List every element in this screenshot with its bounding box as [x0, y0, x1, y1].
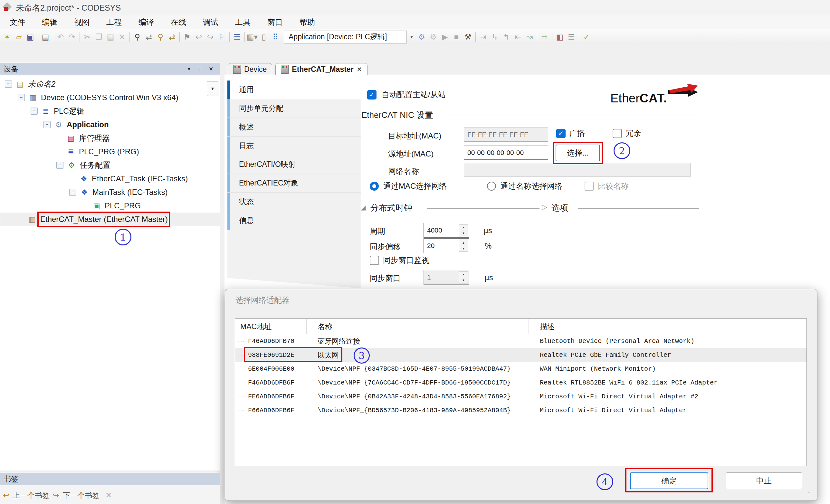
refactor-table-icon[interactable]: ⠿	[269, 31, 281, 43]
single-cycle-icon[interactable]: ⇨	[539, 31, 550, 43]
dc-expander-icon[interactable]: ◢	[361, 203, 365, 211]
next-bookmark-icon[interactable]: ↪	[204, 31, 216, 43]
collapse-icon[interactable]: −	[5, 81, 12, 88]
bookmark-icon[interactable]: ⚑	[181, 31, 193, 43]
menu-item-3[interactable]: 工程	[106, 17, 122, 27]
tree-item-未命名2[interactable]: −▤未命名2	[0, 77, 220, 91]
next-bookmark-icon[interactable]: ↪	[53, 491, 59, 500]
toggle-breakpoint-icon[interactable]: ◧	[554, 31, 566, 43]
undo-icon[interactable]: ↶	[55, 31, 66, 43]
cycle-field[interactable]: 4000 ▲▼	[423, 223, 469, 238]
adapter-row-F46ADD6DFB70[interactable]: F46ADD6DFB70蓝牙网络连接Bluetooth Device (Pers…	[235, 334, 806, 348]
resize-grip[interactable]: ⠿	[807, 492, 812, 497]
side-tab-状态[interactable]: 状态	[227, 193, 361, 211]
set-next-statement-icon[interactable]: ↝	[524, 31, 535, 43]
tree-dropdown-button[interactable]: ▼	[207, 81, 218, 96]
open-file-icon[interactable]: ▱	[13, 31, 25, 43]
adapter-row-F66ADD6DFB6F[interactable]: F66ADD6DFB6F\Device\NPF_{BD56573D-B206-4…	[235, 404, 806, 417]
select-by-mac-radio[interactable]	[370, 182, 379, 191]
new-file-icon[interactable]: ✶	[1, 31, 13, 43]
dest-mac-field[interactable]: FF-FF-FF-FF-FF-FF	[464, 128, 548, 142]
side-tab-信息[interactable]: 信息	[227, 211, 361, 230]
find-icon[interactable]: ⚲	[131, 31, 143, 43]
cut-icon[interactable]: ✂	[82, 31, 93, 43]
side-tab-通用[interactable]: 通用	[227, 81, 361, 99]
menu-item-0[interactable]: 文件	[10, 17, 25, 27]
side-tab-EtherCATI/O映射[interactable]: EtherCATI/O映射	[227, 155, 361, 174]
sync-window-spinner[interactable]: ▲▼	[459, 271, 468, 283]
sync-offset-field[interactable]: 20 ▲▼	[423, 238, 469, 253]
step-out-icon[interactable]: ↰	[501, 31, 512, 43]
step-over-icon[interactable]: ⇥	[477, 31, 489, 43]
tree-item-plc逻辑[interactable]: −≣PLC逻辑	[0, 104, 220, 118]
close-tab-icon[interactable]: ✕	[357, 65, 362, 73]
menu-item-7[interactable]: 工具	[235, 17, 251, 27]
autoconfig-checkbox[interactable]: ✓	[367, 90, 377, 99]
menu-item-1[interactable]: 编辑	[42, 17, 57, 27]
menu-item-2[interactable]: 视图	[74, 17, 90, 27]
sync-offset-spinner[interactable]: ▲▼	[459, 240, 468, 252]
tree-item-plc-prg-prg-[interactable]: ≣PLC_PRG (PRG)	[0, 145, 220, 158]
previous-bookmark-icon[interactable]: ↩	[193, 31, 204, 43]
side-tab-概述[interactable]: 概述	[227, 118, 361, 136]
menu-item-8[interactable]: 窗口	[267, 17, 283, 27]
adapter-row-F46ADD6DFB6F[interactable]: F46ADD6DFB6F\Device\NPF_{7CA6CC4C-CD7F-4…	[235, 376, 806, 390]
redo-icon[interactable]: ↷	[66, 31, 78, 43]
print-icon[interactable]: ▤	[40, 31, 51, 43]
application-combo-arrow-icon[interactable]: ▼	[408, 31, 416, 43]
redundancy-checkbox[interactable]	[613, 129, 622, 138]
new-object-icon[interactable]: ▯	[258, 31, 269, 43]
tree-item-plc-prg[interactable]: ▣PLC_PRG	[0, 199, 220, 213]
collapse-icon[interactable]: −	[18, 94, 25, 101]
select-by-name-radio[interactable]	[487, 182, 496, 191]
network-name-field[interactable]	[464, 163, 691, 177]
tree-item-application[interactable]: −⚙Application	[0, 118, 220, 131]
menu-item-4[interactable]: 编译	[138, 17, 154, 27]
copy-icon[interactable]: ❐	[93, 31, 105, 43]
sync-window-monitor-checkbox[interactable]	[370, 256, 379, 265]
collapse-icon[interactable]: −	[43, 121, 51, 128]
tree-item-任务配置[interactable]: −⚙任务配置	[0, 158, 220, 172]
paste-icon[interactable]: ▦	[105, 31, 116, 43]
previous-bookmark-icon[interactable]: ↩	[3, 491, 9, 500]
adapter-row-6E004F006E00[interactable]: 6E004F006E00\Device\NPF_{0347BC8D-165D-4…	[235, 362, 806, 376]
menu-item-5[interactable]: 在线	[171, 17, 186, 27]
side-tab-同步单元分配[interactable]: 同步单元分配	[227, 99, 361, 118]
adapter-row-FE6ADD6DFB6F[interactable]: FE6ADD6DFB6F\Device\NPF_{0B42A33F-4248-4…	[235, 390, 806, 404]
menu-item-6[interactable]: 调试	[203, 17, 218, 27]
compare-name-checkbox[interactable]	[584, 182, 594, 191]
collapse-icon[interactable]: −	[69, 189, 76, 196]
side-tab-日志[interactable]: 日志	[227, 136, 361, 155]
grid-dropdown-icon[interactable]: ▦▾	[246, 31, 258, 43]
column-name[interactable]: 名称	[307, 319, 529, 334]
cycle-spinner[interactable]: ▲▼	[459, 224, 468, 237]
tree-item-ethercat-task-iec-tasks-[interactable]: ❖EtherCAT_Task (IEC-Tasks)	[0, 172, 220, 186]
run-to-cursor-icon[interactable]: ⇤	[512, 31, 524, 43]
find-in-project-icon[interactable]: ⚲	[155, 31, 166, 43]
flow-control-icon[interactable]: ☰	[566, 31, 577, 43]
save-icon[interactable]: ▣	[25, 31, 36, 43]
login-icon[interactable]: ⚙	[416, 31, 427, 43]
options-expander-icon[interactable]: ▷	[542, 203, 547, 211]
collapse-icon[interactable]: −	[31, 107, 38, 115]
logout-icon[interactable]: ⚙	[427, 31, 439, 43]
broadcast-checkbox[interactable]: ✓	[556, 129, 566, 138]
start-icon[interactable]: ▶	[439, 31, 451, 43]
column-desc[interactable]: 描述	[529, 319, 806, 334]
src-mac-field[interactable]: 00-00-00-00-00-00	[464, 146, 548, 160]
tab-device[interactable]: Device	[228, 63, 272, 75]
build-check-icon[interactable]: ✓	[581, 31, 592, 43]
close-panel-icon[interactable]: ✕	[205, 66, 217, 72]
replace-in-project-icon[interactable]: ⇄	[166, 31, 178, 43]
clear-bookmarks-icon[interactable]: ⚐	[216, 31, 228, 43]
column-mac[interactable]: MAC地址	[235, 319, 307, 334]
side-tab-EtherCATIEC对象[interactable]: EtherCATIEC对象	[227, 174, 361, 193]
tree-item-库管理器[interactable]: ▤库管理器	[0, 131, 220, 145]
previous-bookmark-label[interactable]: 上一个书签	[12, 491, 50, 500]
replace-icon[interactable]: ⇄	[143, 31, 155, 43]
online-config-wrench-icon[interactable]: ⚒	[462, 31, 474, 43]
collapse-icon[interactable]: −	[56, 162, 63, 169]
next-bookmark-label[interactable]: 下一个书签	[62, 491, 99, 500]
pin-icon[interactable]: ⊤	[195, 66, 205, 72]
active-application-combo[interactable]: Application [Device: PLC逻辑]	[284, 31, 407, 43]
